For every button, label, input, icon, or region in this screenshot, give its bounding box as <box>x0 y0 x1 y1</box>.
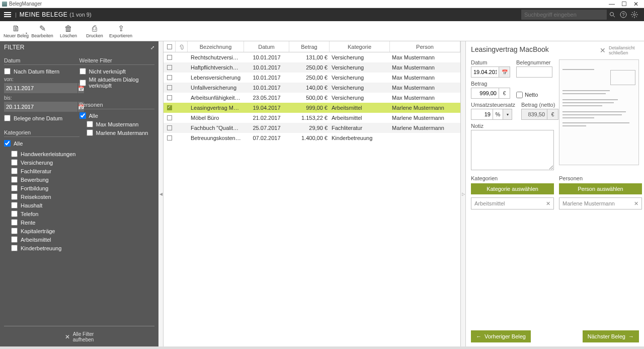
remove-tag-icon[interactable]: ✕ <box>634 200 638 207</box>
unlinked-checkbox[interactable]: Nicht verknüpft <box>79 67 155 76</box>
header-separator: | <box>15 12 17 18</box>
table-row[interactable]: Lebensversicherung10.01.2017250,00 €Vers… <box>164 73 460 83</box>
category-checkbox[interactable]: Kapitalerträge <box>4 227 79 235</box>
prev-document-button[interactable]: ←Vorheriger Beleg <box>471 330 531 342</box>
document-preview[interactable] <box>559 59 639 165</box>
header-amount[interactable]: Betrag <box>289 41 330 52</box>
window-minimize-button[interactable]: — <box>606 1 618 8</box>
vat-label: Umsatzsteuersatz <box>471 102 515 108</box>
detail-date-input[interactable] <box>471 66 499 78</box>
category-checkbox[interactable]: Arbeitsmittel <box>4 235 79 244</box>
collapse-icon[interactable]: ⤢ <box>150 45 154 50</box>
filter-by-date-checkbox[interactable]: Nach Datum filtern <box>4 67 79 76</box>
from-label: von: <box>4 77 79 82</box>
clear-filters-button[interactable]: ✕ Alle Filter aufheben <box>0 331 158 342</box>
header-date[interactable]: Datum <box>244 41 289 52</box>
header-checkbox[interactable] <box>164 41 176 52</box>
row-person: Max Mustermann <box>390 85 460 91</box>
arrow-left-icon: ← <box>476 333 481 339</box>
table-row[interactable]: Leasingvertrag MacBook19.04.2017999,00 €… <box>164 103 460 113</box>
row-checkbox[interactable] <box>164 135 176 141</box>
close-detail-button[interactable]: Detailansicht schließen <box>609 45 639 55</box>
category-checkbox[interactable]: Fortbildung <box>4 184 79 192</box>
header-category[interactable]: Kategorie <box>330 41 390 52</box>
detail-amount-label: Betrag <box>471 81 510 87</box>
row-checkbox[interactable] <box>164 85 176 90</box>
print-button[interactable]: ⎙ Drucken <box>82 22 108 40</box>
row-checkbox[interactable] <box>164 125 176 130</box>
help-icon[interactable]: ? <box>618 10 629 20</box>
person-checkbox[interactable]: Marlene Mustermann <box>79 128 155 137</box>
netto-checkbox[interactable] <box>516 92 523 98</box>
header-attachment-icon[interactable] <box>176 41 188 52</box>
print-icon: ⎙ <box>92 24 97 33</box>
chevron-down-icon[interactable]: ▾ <box>503 109 512 120</box>
detail-docno-input[interactable] <box>516 66 552 78</box>
svg-text:?: ? <box>622 12 624 17</box>
date-section: Datum <box>4 55 79 65</box>
next-document-button[interactable]: Nächster Beleg→ <box>583 330 639 342</box>
category-checkbox[interactable]: Haushalt <box>4 201 79 210</box>
row-category: Kinderbetreuung <box>330 135 390 141</box>
row-amount: 140,00 € <box>289 85 330 91</box>
category-checkbox[interactable]: Handwerkerleistungen <box>4 150 79 158</box>
category-checkbox[interactable]: Bewerbung <box>4 175 79 184</box>
window-maximize-button[interactable]: ☐ <box>618 1 630 8</box>
persons-all-checkbox[interactable]: Alle <box>79 111 155 120</box>
gear-icon[interactable] <box>629 10 640 20</box>
categories-all-checkbox[interactable]: Alle <box>4 139 79 148</box>
row-checkbox[interactable] <box>164 95 176 100</box>
with-dialog-checkbox[interactable]: Mit aktuellem Dialog verknüpft <box>79 76 155 90</box>
row-date: 07.02.2017 <box>244 135 289 141</box>
table-row[interactable]: Arbeitsunfähigkeitsversicherung23.05.201… <box>164 93 460 103</box>
no-date-checkbox[interactable]: Belege ohne Datum <box>4 114 79 122</box>
calendar-icon[interactable]: 📅 <box>499 66 510 78</box>
row-date: 21.02.2017 <box>244 115 289 121</box>
table-row[interactable]: Rechtschutzversicherung10.01.2017131,00 … <box>164 52 460 62</box>
menu-icon[interactable] <box>4 11 11 18</box>
table-row[interactable]: Unfallversicherung10.01.2017140,00 €Vers… <box>164 83 460 93</box>
category-checkbox[interactable]: Fachliteratur <box>4 167 79 175</box>
note-textarea[interactable] <box>471 130 554 170</box>
chevron-down-icon[interactable]: ▾ <box>26 31 27 35</box>
header-person[interactable]: Person <box>390 41 460 52</box>
row-checkbox[interactable] <box>164 55 176 60</box>
search-icon[interactable] <box>607 10 618 20</box>
close-icon[interactable]: ✕ <box>600 46 606 54</box>
row-checkbox[interactable] <box>164 115 176 120</box>
remove-tag-icon[interactable]: ✕ <box>546 200 550 207</box>
row-checkbox[interactable] <box>164 75 176 80</box>
edit-button[interactable]: ✎ Bearbeiten <box>29 22 55 40</box>
svg-line-11 <box>636 12 637 13</box>
category-checkbox[interactable]: Rente <box>4 218 79 227</box>
detail-amount-input[interactable] <box>471 88 499 99</box>
category-checkbox[interactable]: Versicherung <box>4 158 79 167</box>
row-amount: 250,00 € <box>289 64 330 71</box>
delete-button[interactable]: 🗑 Löschen <box>55 22 82 40</box>
close-icon[interactable]: ✕ <box>214 41 217 42</box>
search-input[interactable] <box>521 10 607 20</box>
row-person: Max Mustermann <box>390 64 460 71</box>
table-row[interactable]: Fachbuch "Quality & Quantity - an endles… <box>164 123 460 133</box>
category-checkbox[interactable]: Reisekosten <box>4 192 79 201</box>
window-close-button[interactable]: ✕ <box>630 1 642 8</box>
select-category-button[interactable]: Kategorie auswählen <box>471 183 554 194</box>
header-name[interactable]: ✕Bezeichnung <box>188 41 244 52</box>
table-row[interactable]: Möbel Büro21.02.20171.153,22 €Arbeitsmit… <box>164 113 460 123</box>
row-date: 10.01.2017 <box>244 85 289 91</box>
person-checkbox[interactable]: Max Mustermann <box>79 120 155 128</box>
table-row[interactable]: Betreuungskostennachweis07.02.20171.400,… <box>164 133 460 143</box>
export-button[interactable]: ⇪ Exportieren <box>108 22 134 40</box>
category-checkbox[interactable]: Kinderbetreuung <box>4 244 79 252</box>
sidebar-collapse-handle[interactable]: ◀ <box>158 41 164 346</box>
category-checkbox[interactable]: Telefon <box>4 210 79 218</box>
new-button[interactable]: 🗎 ▾ Neuer Beleg <box>3 22 29 40</box>
detail-expand-handle[interactable]: ▷ <box>460 41 465 346</box>
from-date-input[interactable] <box>4 83 77 93</box>
vat-input[interactable] <box>471 109 493 120</box>
row-checkbox[interactable] <box>164 65 176 70</box>
table-row[interactable]: Haftpflichtversicherung10.01.2017250,00 … <box>164 62 460 73</box>
to-date-input[interactable] <box>4 102 77 112</box>
select-person-button[interactable]: Person auswählen <box>559 183 642 194</box>
row-checkbox[interactable] <box>164 105 176 110</box>
